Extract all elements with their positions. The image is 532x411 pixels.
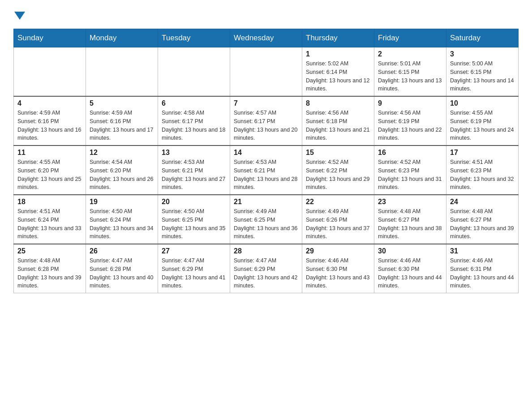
day-number: 27 xyxy=(162,247,226,255)
calendar-week-row: 18Sunrise: 4:51 AM Sunset: 6:24 PM Dayli… xyxy=(14,195,519,244)
day-info: Sunrise: 4:57 AM Sunset: 6:17 PM Dayligh… xyxy=(234,109,298,142)
day-number: 21 xyxy=(234,198,298,206)
day-info: Sunrise: 4:53 AM Sunset: 6:21 PM Dayligh… xyxy=(234,158,298,192)
day-number: 18 xyxy=(17,198,82,206)
calendar-cell: 10Sunrise: 4:55 AM Sunset: 6:19 PM Dayli… xyxy=(446,96,519,146)
calendar-cell: 12Sunrise: 4:54 AM Sunset: 6:20 PM Dayli… xyxy=(86,146,158,195)
day-number: 6 xyxy=(162,99,226,107)
day-info: Sunrise: 4:46 AM Sunset: 6:30 PM Dayligh… xyxy=(306,257,370,290)
calendar-cell: 14Sunrise: 4:53 AM Sunset: 6:21 PM Dayli… xyxy=(230,146,302,195)
calendar-body: 1Sunrise: 5:02 AM Sunset: 6:14 PM Daylig… xyxy=(14,47,519,293)
day-info: Sunrise: 5:00 AM Sunset: 6:15 PM Dayligh… xyxy=(450,60,515,93)
day-number: 8 xyxy=(306,99,370,107)
day-number: 2 xyxy=(378,50,442,58)
day-number: 14 xyxy=(234,149,298,157)
day-number: 15 xyxy=(306,149,370,157)
day-info: Sunrise: 4:48 AM Sunset: 6:27 PM Dayligh… xyxy=(378,207,442,241)
calendar-cell: 25Sunrise: 4:48 AM Sunset: 6:28 PM Dayli… xyxy=(14,244,86,293)
calendar-header-row: SundayMondayTuesdayWednesdayThursdayFrid… xyxy=(14,29,519,47)
calendar-cell: 20Sunrise: 4:50 AM Sunset: 6:25 PM Dayli… xyxy=(158,195,230,244)
day-info: Sunrise: 5:01 AM Sunset: 6:15 PM Dayligh… xyxy=(378,60,442,93)
calendar-cell: 22Sunrise: 4:49 AM Sunset: 6:26 PM Dayli… xyxy=(302,195,374,244)
calendar-cell: 26Sunrise: 4:47 AM Sunset: 6:28 PM Dayli… xyxy=(86,244,158,293)
day-number: 11 xyxy=(17,149,82,157)
day-info: Sunrise: 4:47 AM Sunset: 6:29 PM Dayligh… xyxy=(234,257,298,290)
calendar-cell: 17Sunrise: 4:51 AM Sunset: 6:23 PM Dayli… xyxy=(446,146,519,195)
day-info: Sunrise: 4:46 AM Sunset: 6:30 PM Dayligh… xyxy=(378,257,442,290)
calendar-cell: 31Sunrise: 4:46 AM Sunset: 6:31 PM Dayli… xyxy=(446,244,519,293)
day-info: Sunrise: 4:46 AM Sunset: 6:31 PM Dayligh… xyxy=(450,257,515,290)
day-number: 26 xyxy=(90,247,154,255)
calendar-cell: 16Sunrise: 4:52 AM Sunset: 6:23 PM Dayli… xyxy=(374,146,446,195)
calendar-week-row: 25Sunrise: 4:48 AM Sunset: 6:28 PM Dayli… xyxy=(14,244,519,293)
calendar-cell: 7Sunrise: 4:57 AM Sunset: 6:17 PM Daylig… xyxy=(230,96,302,146)
day-number: 25 xyxy=(17,247,82,255)
calendar-cell: 11Sunrise: 4:55 AM Sunset: 6:20 PM Dayli… xyxy=(14,146,86,195)
calendar-week-row: 4Sunrise: 4:59 AM Sunset: 6:16 PM Daylig… xyxy=(14,96,519,146)
column-header-monday: Monday xyxy=(86,29,158,47)
day-number: 24 xyxy=(450,198,515,206)
day-info: Sunrise: 4:51 AM Sunset: 6:23 PM Dayligh… xyxy=(450,158,515,192)
column-header-thursday: Thursday xyxy=(302,29,374,47)
day-info: Sunrise: 4:47 AM Sunset: 6:28 PM Dayligh… xyxy=(90,257,154,290)
day-info: Sunrise: 4:56 AM Sunset: 6:18 PM Dayligh… xyxy=(306,109,370,142)
day-info: Sunrise: 4:58 AM Sunset: 6:17 PM Dayligh… xyxy=(162,109,226,142)
column-header-sunday: Sunday xyxy=(14,29,86,47)
day-number: 29 xyxy=(306,247,370,255)
day-number: 1 xyxy=(306,50,370,58)
calendar-cell xyxy=(14,47,86,97)
calendar-cell: 13Sunrise: 4:53 AM Sunset: 6:21 PM Dayli… xyxy=(158,146,230,195)
calendar-week-row: 1Sunrise: 5:02 AM Sunset: 6:14 PM Daylig… xyxy=(14,47,519,97)
day-number: 17 xyxy=(450,149,515,157)
calendar-cell: 9Sunrise: 4:56 AM Sunset: 6:19 PM Daylig… xyxy=(374,96,446,146)
calendar-cell: 27Sunrise: 4:47 AM Sunset: 6:29 PM Dayli… xyxy=(158,244,230,293)
day-number: 22 xyxy=(306,198,370,206)
day-number: 4 xyxy=(17,99,82,107)
day-number: 7 xyxy=(234,99,298,107)
logo-triangle-icon xyxy=(14,12,25,20)
calendar-cell: 3Sunrise: 5:00 AM Sunset: 6:15 PM Daylig… xyxy=(446,47,519,97)
calendar-cell: 4Sunrise: 4:59 AM Sunset: 6:16 PM Daylig… xyxy=(14,96,86,146)
day-info: Sunrise: 4:51 AM Sunset: 6:24 PM Dayligh… xyxy=(17,207,82,241)
logo xyxy=(13,9,25,20)
calendar-cell: 5Sunrise: 4:59 AM Sunset: 6:16 PM Daylig… xyxy=(86,96,158,146)
day-number: 23 xyxy=(378,198,442,206)
day-number: 13 xyxy=(162,149,226,157)
calendar-cell: 6Sunrise: 4:58 AM Sunset: 6:17 PM Daylig… xyxy=(158,96,230,146)
column-header-saturday: Saturday xyxy=(446,29,519,47)
day-number: 19 xyxy=(90,198,154,206)
column-header-tuesday: Tuesday xyxy=(158,29,230,47)
day-number: 3 xyxy=(450,50,515,58)
calendar-cell: 1Sunrise: 5:02 AM Sunset: 6:14 PM Daylig… xyxy=(302,47,374,97)
calendar-cell: 28Sunrise: 4:47 AM Sunset: 6:29 PM Dayli… xyxy=(230,244,302,293)
day-info: Sunrise: 4:50 AM Sunset: 6:25 PM Dayligh… xyxy=(162,207,226,241)
day-info: Sunrise: 4:53 AM Sunset: 6:21 PM Dayligh… xyxy=(162,158,226,192)
day-info: Sunrise: 4:59 AM Sunset: 6:16 PM Dayligh… xyxy=(90,109,154,142)
calendar-cell: 19Sunrise: 4:50 AM Sunset: 6:24 PM Dayli… xyxy=(86,195,158,244)
calendar-cell: 2Sunrise: 5:01 AM Sunset: 6:15 PM Daylig… xyxy=(374,47,446,97)
calendar-table: SundayMondayTuesdayWednesdayThursdayFrid… xyxy=(13,29,519,293)
day-info: Sunrise: 5:02 AM Sunset: 6:14 PM Dayligh… xyxy=(306,60,370,93)
day-number: 5 xyxy=(90,99,154,107)
day-number: 30 xyxy=(378,247,442,255)
column-header-wednesday: Wednesday xyxy=(230,29,302,47)
day-info: Sunrise: 4:50 AM Sunset: 6:24 PM Dayligh… xyxy=(90,207,154,241)
day-number: 16 xyxy=(378,149,442,157)
calendar-cell: 29Sunrise: 4:46 AM Sunset: 6:30 PM Dayli… xyxy=(302,244,374,293)
day-info: Sunrise: 4:55 AM Sunset: 6:19 PM Dayligh… xyxy=(450,109,515,142)
calendar-cell: 24Sunrise: 4:48 AM Sunset: 6:27 PM Dayli… xyxy=(446,195,519,244)
day-info: Sunrise: 4:56 AM Sunset: 6:19 PM Dayligh… xyxy=(378,109,442,142)
day-info: Sunrise: 4:52 AM Sunset: 6:22 PM Dayligh… xyxy=(306,158,370,192)
calendar-cell: 21Sunrise: 4:49 AM Sunset: 6:25 PM Dayli… xyxy=(230,195,302,244)
day-info: Sunrise: 4:49 AM Sunset: 6:26 PM Dayligh… xyxy=(306,207,370,241)
day-number: 12 xyxy=(90,149,154,157)
day-info: Sunrise: 4:52 AM Sunset: 6:23 PM Dayligh… xyxy=(378,158,442,192)
calendar-cell: 18Sunrise: 4:51 AM Sunset: 6:24 PM Dayli… xyxy=(14,195,86,244)
calendar-cell xyxy=(230,47,302,97)
calendar-cell xyxy=(86,47,158,97)
column-header-friday: Friday xyxy=(374,29,446,47)
calendar-cell: 30Sunrise: 4:46 AM Sunset: 6:30 PM Dayli… xyxy=(374,244,446,293)
day-number: 20 xyxy=(162,198,226,206)
day-info: Sunrise: 4:48 AM Sunset: 6:27 PM Dayligh… xyxy=(450,207,515,241)
day-info: Sunrise: 4:55 AM Sunset: 6:20 PM Dayligh… xyxy=(17,158,82,192)
